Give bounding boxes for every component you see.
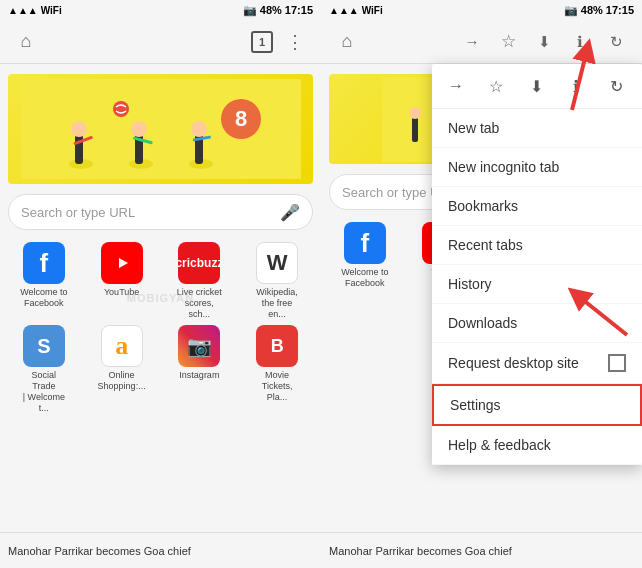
app-item-instagram[interactable]: 📷 Instagram <box>164 325 236 413</box>
app-item-facebook[interactable]: f Welcome toFacebook <box>8 242 80 319</box>
right-news-headline: Manohar Parrikar becomes Goa chief <box>329 545 512 557</box>
svg-rect-23 <box>412 117 418 142</box>
right-signal-icon: ▲▲▲ <box>329 5 359 16</box>
right-home-button[interactable]: ⌂ <box>329 24 365 60</box>
battery-text: 48% <box>260 4 282 16</box>
menu-item-history[interactable]: History <box>432 265 642 304</box>
menu-item-help-label: Help & feedback <box>448 437 551 453</box>
app-label-wikipedia: Wikipedia,the free en... <box>252 287 302 319</box>
menu-item-settings-label: Settings <box>450 397 501 413</box>
signal-icon: ▲▲▲ <box>8 5 38 16</box>
left-status-right: 📷 48% 17:15 <box>243 4 313 17</box>
facebook-icon: f <box>23 242 65 284</box>
time-text: 17:15 <box>285 4 313 16</box>
instagram-icon: 📷 <box>178 325 220 367</box>
menu-info-icon[interactable]: ℹ <box>560 70 592 102</box>
home-button[interactable]: ⌂ <box>8 24 44 60</box>
hero-image: 8 <box>8 74 313 184</box>
app-item-movie[interactable]: B MovieTickets, Pla... <box>241 325 313 413</box>
svg-point-17 <box>113 101 129 117</box>
svg-point-13 <box>191 121 207 137</box>
app-label-cricbuzz: Live cricketscores, sch... <box>174 287 224 319</box>
right-download-button[interactable]: ⬇ <box>526 24 562 60</box>
svg-rect-4 <box>75 134 83 164</box>
youtube-icon <box>101 242 143 284</box>
menu-item-bookmarks-label: Bookmarks <box>448 198 518 214</box>
app-label-instagram: Instagram <box>179 370 219 381</box>
right-info-button[interactable]: ℹ <box>562 24 598 60</box>
app-label-movie: MovieTickets, Pla... <box>252 370 302 402</box>
menu-item-new-tab[interactable]: New tab <box>432 109 642 148</box>
app-item-cricbuzz[interactable]: cricbuzz Live cricketscores, sch... <box>164 242 236 319</box>
menu-item-downloads-label: Downloads <box>448 315 517 331</box>
amazon-icon: a <box>101 325 143 367</box>
right-toolbar: ⌂ → ☆ ⬇ ℹ ↻ <box>321 20 642 64</box>
screenshot-icon: 📷 <box>243 4 257 17</box>
app-item-social[interactable]: S Social Trade| Welcome t... <box>8 325 80 413</box>
left-status-icons: ▲▲▲ WiFi <box>8 5 62 16</box>
menu-item-incognito-label: New incognito tab <box>448 159 559 175</box>
right-app-facebook[interactable]: f Welcome toFacebook <box>329 222 401 299</box>
app-label-social: Social Trade| Welcome t... <box>19 370 69 413</box>
right-time-text: 17:15 <box>606 4 634 16</box>
menu-item-request-desktop[interactable]: Request desktop site <box>432 343 642 384</box>
menu-refresh-icon[interactable]: ↻ <box>600 70 632 102</box>
right-label-facebook: Welcome toFacebook <box>341 267 388 289</box>
right-back-button[interactable]: → <box>454 24 490 60</box>
menu-item-settings[interactable]: Settings <box>432 384 642 426</box>
right-wifi-icon: WiFi <box>362 5 383 16</box>
social-icon: S <box>23 325 65 367</box>
right-status-right: 📷 48% 17:15 <box>564 4 634 17</box>
menu-back-icon[interactable]: → <box>440 70 472 102</box>
left-news-bar: Manohar Parrikar becomes Goa chief <box>0 532 321 568</box>
status-bar: ▲▲▲ WiFi 📷 48% 17:15 ▲▲▲ WiFi 📷 48% 17:1… <box>0 0 642 20</box>
right-status-bar: ▲▲▲ WiFi 📷 48% 17:15 <box>321 0 642 20</box>
app-label-amazon: OnlineShopping:... <box>98 370 146 392</box>
svg-point-24 <box>409 107 421 119</box>
left-news-headline: Manohar Parrikar becomes Goa chief <box>8 545 191 557</box>
svg-point-9 <box>131 121 147 137</box>
menu-item-history-label: History <box>448 276 492 292</box>
tab-count-badge[interactable]: 1 <box>251 31 273 53</box>
right-browser-panel: ⌂ → ☆ ⬇ ℹ ↻ 8 <box>321 20 642 568</box>
svg-text:8: 8 <box>234 106 246 131</box>
left-status-bar: ▲▲▲ WiFi 📷 48% 17:15 <box>0 0 321 20</box>
app-item-youtube[interactable]: YouTube <box>86 242 158 319</box>
svg-point-5 <box>71 121 87 137</box>
cricbuzz-icon: cricbuzz <box>178 242 220 284</box>
menu-icons-row: → ☆ ⬇ ℹ ↻ <box>432 64 642 109</box>
menu-button[interactable]: ⋮ <box>277 24 313 60</box>
search-bar[interactable]: Search or type URL 🎤 <box>8 194 313 230</box>
left-browser-panel: ⌂ 1 ⋮ <box>0 20 321 568</box>
app-item-wikipedia[interactable]: W Wikipedia,the free en... <box>241 242 313 319</box>
right-news-bar: Manohar Parrikar becomes Goa chief <box>321 532 642 568</box>
menu-bookmark-icon[interactable]: ☆ <box>480 70 512 102</box>
app-label-facebook: Welcome toFacebook <box>20 287 67 309</box>
menu-item-downloads[interactable]: Downloads <box>432 304 642 343</box>
app-grid: f Welcome toFacebook YouTube cricbuzz Li… <box>8 242 313 414</box>
movie-icon: B <box>256 325 298 367</box>
search-placeholder: Search or type URL <box>21 205 280 220</box>
right-refresh-button[interactable]: ↻ <box>598 24 634 60</box>
menu-item-recent-tabs[interactable]: Recent tabs <box>432 226 642 265</box>
menu-item-request-desktop-label: Request desktop site <box>448 355 579 371</box>
menu-item-recent-tabs-label: Recent tabs <box>448 237 523 253</box>
menu-item-incognito[interactable]: New incognito tab <box>432 148 642 187</box>
wifi-icon: WiFi <box>41 5 62 16</box>
app-item-amazon[interactable]: a OnlineShopping:... <box>86 325 158 413</box>
request-desktop-checkbox[interactable] <box>608 354 626 372</box>
right-bookmark-button[interactable]: ☆ <box>490 24 526 60</box>
left-browser-content: 8 Search or type URL 🎤 f <box>0 64 321 532</box>
content-area: ⌂ 1 ⋮ <box>0 20 642 568</box>
wikipedia-icon: W <box>256 242 298 284</box>
right-facebook-icon: f <box>344 222 386 264</box>
app-label-youtube: YouTube <box>104 287 139 298</box>
menu-item-new-tab-label: New tab <box>448 120 499 136</box>
dropdown-menu: → ☆ ⬇ ℹ ↻ New tab New incognito tab Book… <box>432 64 642 465</box>
menu-item-help[interactable]: Help & feedback <box>432 426 642 465</box>
mic-icon[interactable]: 🎤 <box>280 203 300 222</box>
left-toolbar: ⌂ 1 ⋮ <box>0 20 321 64</box>
menu-download-icon[interactable]: ⬇ <box>520 70 552 102</box>
right-battery-text: 48% <box>581 4 603 16</box>
menu-item-bookmarks[interactable]: Bookmarks <box>432 187 642 226</box>
